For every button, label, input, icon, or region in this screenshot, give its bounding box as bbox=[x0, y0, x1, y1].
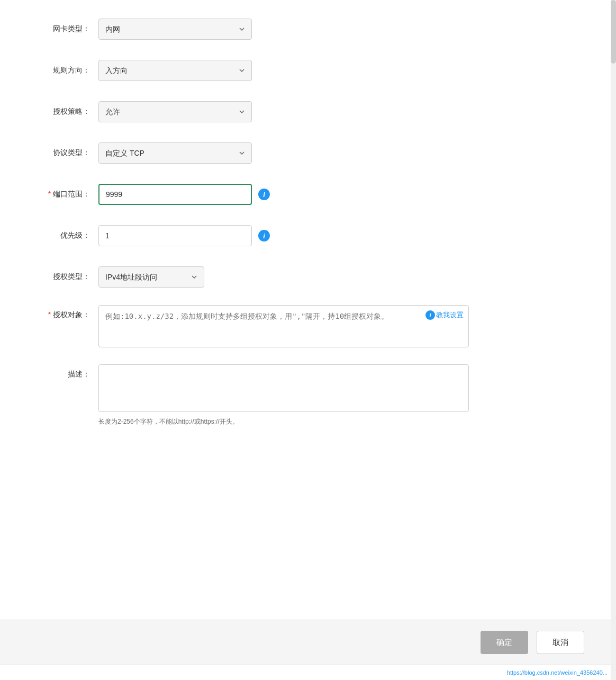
port-range-row: 端口范围： 9999 i bbox=[32, 181, 584, 208]
auth-object-textarea[interactable] bbox=[98, 305, 469, 347]
teach-info-icon: i bbox=[425, 310, 435, 320]
rule-direction-row: 规则方向： 入方向 bbox=[32, 57, 584, 84]
nic-type-row: 网卡类型： 内网 bbox=[32, 16, 584, 42]
port-range-info-icon[interactable]: i bbox=[258, 189, 270, 200]
description-label: 描述： bbox=[32, 364, 90, 379]
priority-label: 优先级： bbox=[32, 231, 90, 240]
description-row: 描述： 长度为2-256个字符，不能以http://或https://开头。 bbox=[32, 364, 584, 426]
protocol-type-select[interactable]: 自定义 TCP bbox=[98, 142, 252, 164]
auth-policy-row: 授权策略： 允许 bbox=[32, 99, 584, 125]
priority-row: 优先级： 1 i bbox=[32, 222, 584, 249]
auth-object-row: 授权对象： i 教我设置 bbox=[32, 305, 584, 350]
confirm-button[interactable]: 确定 bbox=[481, 631, 528, 654]
auth-object-wrapper: i 教我设置 bbox=[98, 305, 469, 350]
cancel-button[interactable]: 取消 bbox=[537, 631, 584, 654]
priority-input[interactable]: 1 bbox=[98, 225, 252, 246]
port-range-input[interactable]: 9999 bbox=[98, 184, 252, 205]
rule-direction-label: 规则方向： bbox=[32, 66, 90, 75]
teach-link[interactable]: i 教我设置 bbox=[425, 310, 464, 320]
auth-policy-select[interactable]: 允许 bbox=[98, 101, 252, 122]
scrollbar-thumb[interactable] bbox=[611, 0, 616, 64]
auth-type-select[interactable]: IPv4地址段访问 bbox=[98, 266, 204, 288]
bottom-bar: https://blog.csdn.net/weixin_4356240... bbox=[0, 665, 616, 680]
auth-type-row: 授权类型： IPv4地址段访问 bbox=[32, 264, 584, 290]
nic-type-label: 网卡类型： bbox=[32, 24, 90, 34]
description-hint: 长度为2-256个字符，不能以http://或https://开头。 bbox=[98, 417, 469, 426]
rule-direction-select[interactable]: 入方向 bbox=[98, 60, 252, 81]
nic-type-select[interactable]: 内网 bbox=[98, 19, 252, 40]
auth-type-label: 授权类型： bbox=[32, 272, 90, 282]
description-textarea[interactable] bbox=[98, 364, 469, 412]
footer-bar: 确定 取消 bbox=[0, 620, 616, 665]
auth-policy-label: 授权策略： bbox=[32, 107, 90, 117]
teach-link-text: 教我设置 bbox=[436, 310, 464, 320]
priority-info-icon[interactable]: i bbox=[258, 230, 270, 241]
bottom-link-text: https://blog.csdn.net/weixin_4356240... bbox=[507, 669, 608, 676]
protocol-type-row: 协议类型： 自定义 TCP bbox=[32, 140, 584, 166]
port-range-label: 端口范围： bbox=[32, 190, 90, 199]
protocol-type-label: 协议类型： bbox=[32, 148, 90, 158]
auth-object-label: 授权对象： bbox=[32, 305, 90, 320]
scrollbar-track[interactable] bbox=[611, 0, 616, 680]
description-wrapper: 长度为2-256个字符，不能以http://或https://开头。 bbox=[98, 364, 469, 426]
